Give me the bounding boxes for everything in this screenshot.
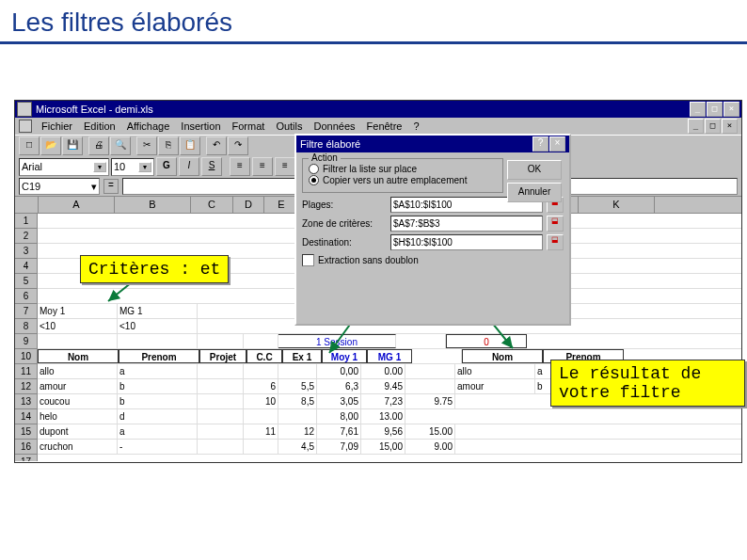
menu-edit[interactable]: Edition <box>78 120 121 132</box>
c: - <box>118 440 198 454</box>
c: d <box>118 409 198 424</box>
font-combo[interactable]: Arial▾ <box>19 158 109 176</box>
zone-input[interactable]: $A$7:$B$3 <box>390 216 543 232</box>
row-6[interactable]: 6 <box>15 289 38 304</box>
menu-window[interactable]: Fenêtre <box>361 120 408 132</box>
h-ex1: Ex 1 <box>282 349 322 363</box>
data-row: cruchon - 4,5 7,09 15,00 9.00 <box>38 440 741 455</box>
ref-button-zone[interactable]: ⬓ <box>547 216 564 232</box>
c: dupont <box>38 424 118 439</box>
row-11[interactable]: 11 <box>15 364 38 379</box>
h-projet: Projet <box>199 349 246 363</box>
minimize-button[interactable]: _ <box>690 102 706 117</box>
menu-view[interactable]: Affichage <box>121 120 176 132</box>
row-7[interactable]: 7 <box>15 304 38 319</box>
c: 9.75 <box>405 394 455 408</box>
h-moy1: Moy 1 <box>322 349 367 363</box>
copy-button[interactable]: ⎘ <box>158 136 179 155</box>
italic-button[interactable]: I <box>179 157 199 176</box>
print-button[interactable]: 🖨 <box>88 136 109 155</box>
new-button[interactable]: □ <box>19 136 40 155</box>
bold-button[interactable]: G <box>156 157 177 176</box>
redo-button[interactable]: ↷ <box>228 136 248 155</box>
col-D[interactable]: D <box>233 197 264 213</box>
h-mg1: MG 1 <box>367 349 412 363</box>
row-15[interactable]: 15 <box>15 424 38 440</box>
align-right-button[interactable]: ≡ <box>275 157 295 176</box>
fx-button[interactable]: = <box>103 179 119 194</box>
menu-data[interactable]: Données <box>309 120 361 132</box>
close-button[interactable]: × <box>723 102 739 117</box>
save-button[interactable]: 💾 <box>62 136 83 155</box>
col-C[interactable]: C <box>191 197 233 213</box>
menu-insert[interactable]: Insertion <box>175 120 226 132</box>
c: 8,5 <box>278 394 317 408</box>
c: 10 <box>244 394 278 408</box>
cut-button[interactable]: ✂ <box>136 136 157 155</box>
col-K[interactable]: K <box>579 197 655 213</box>
paste-button[interactable]: 📋 <box>180 136 200 155</box>
c: 4,5 <box>278 440 317 454</box>
row-2[interactable]: 2 <box>15 229 38 244</box>
cancel-button[interactable]: Annuler <box>507 183 562 202</box>
open-button[interactable]: 📂 <box>40 136 61 155</box>
c: 5,5 <box>278 379 317 393</box>
row-1[interactable]: 1 <box>15 214 38 229</box>
row-8[interactable]: 8 <box>15 319 38 334</box>
callout-result: Le résultat de votre filtre <box>550 360 745 407</box>
row-5[interactable]: 5 <box>15 274 38 289</box>
menu-file[interactable]: Fichier <box>36 120 78 132</box>
radio-filter-inplace[interactable] <box>309 164 319 174</box>
dialog-close-button[interactable]: × <box>549 136 565 152</box>
maximize-button[interactable]: □ <box>707 102 723 117</box>
menu-help[interactable]: ? <box>407 120 424 132</box>
row-16[interactable]: 16 <box>15 440 38 455</box>
c: amour <box>38 379 118 393</box>
menu-format[interactable]: Format <box>227 120 271 132</box>
select-all-corner[interactable] <box>15 197 39 213</box>
ref-button-dest[interactable]: ⬓ <box>547 234 564 250</box>
session-row: 1 Session 0 <box>38 334 741 349</box>
dest-input[interactable]: $H$10:$I$100 <box>390 234 543 250</box>
ok-button[interactable]: OK <box>507 160 562 180</box>
row-9[interactable]: 9 <box>15 334 38 349</box>
row-10[interactable]: 10 <box>15 349 38 364</box>
doc-minimize-button[interactable]: _ <box>688 119 704 134</box>
align-center-button[interactable]: ≡ <box>252 157 273 176</box>
doc-restore-button[interactable]: □ <box>705 119 721 134</box>
row-14[interactable]: 14 <box>15 409 38 424</box>
c: 9.45 <box>361 379 405 393</box>
menu-tools[interactable]: Outils <box>270 120 308 132</box>
crit-moy-val: <10 <box>38 319 118 333</box>
c: 11 <box>244 424 278 439</box>
col-A[interactable]: A <box>39 197 115 213</box>
action-group-label: Action <box>309 152 341 163</box>
unique-checkbox[interactable] <box>302 254 314 266</box>
callout-criteres: Critères : et <box>80 255 229 283</box>
row-17[interactable]: 17 <box>15 455 38 461</box>
underline-button[interactable]: S <box>201 157 222 176</box>
undo-button[interactable]: ↶ <box>206 136 227 155</box>
c: 7,61 <box>317 424 361 439</box>
crit-moy-label: Moy 1 <box>38 304 118 318</box>
c: 7,23 <box>361 394 405 408</box>
c: allo <box>455 364 535 378</box>
row-13[interactable]: 13 <box>15 394 38 409</box>
c: 8,00 <box>317 409 361 424</box>
col-B[interactable]: B <box>115 197 191 213</box>
align-left-button[interactable]: ≡ <box>230 157 250 176</box>
doc-close-button[interactable]: × <box>722 119 738 134</box>
c: 6,3 <box>317 379 361 393</box>
radio-copy-to[interactable] <box>309 175 319 185</box>
size-combo[interactable]: 10▾ <box>111 158 154 176</box>
row-3[interactable]: 3 <box>15 244 38 259</box>
row-4[interactable]: 4 <box>15 259 38 274</box>
unique-label: Extraction sans doublon <box>318 255 419 265</box>
help-button[interactable]: ? <box>532 136 548 152</box>
name-box[interactable]: C19▾ <box>19 178 100 195</box>
zone-label: Zone de critères: <box>302 218 387 229</box>
row-12[interactable]: 12 <box>15 379 38 394</box>
preview-button[interactable]: 🔍 <box>110 136 131 155</box>
crit-mg-val: <10 <box>118 319 198 333</box>
h-nom2: Nom <box>462 349 543 363</box>
